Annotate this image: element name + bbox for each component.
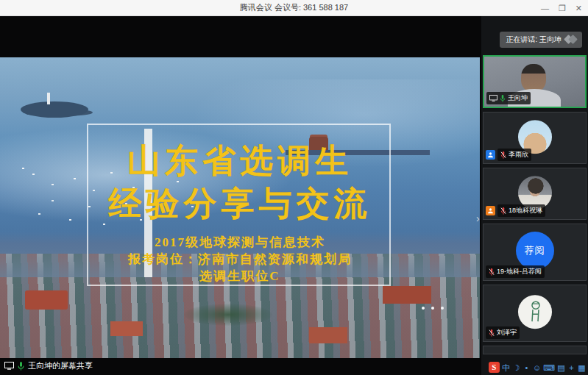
participant-thumbnail-partial[interactable] [483, 346, 587, 354]
mic-muted-icon [489, 268, 495, 276]
trees-graphic [184, 304, 272, 326]
sidebar-collapse-icon[interactable]: › [476, 213, 480, 224]
person-silhouette [521, 64, 546, 92]
lighthouse-graphic [47, 93, 50, 104]
participant-name: 刘泽宇 [497, 328, 517, 338]
keyboard-icon[interactable]: ⌨ [543, 362, 555, 373]
participant-name: 19-地科-吕荐阅 [497, 267, 542, 276]
slide-title-line1: 山东省选调生 [0, 140, 480, 182]
participant-nametag: 李雨欣 [497, 149, 531, 161]
sketch-avatar [518, 295, 552, 329]
system-tray: S 中 ☽ • ☺ ⌨ ▤ + ▦ [489, 362, 586, 373]
meeting-title: 腾讯会议 会议号: 361 588 187 [0, 0, 588, 15]
slide-title: 山东省选调生 经验分享与交流 [0, 140, 480, 225]
participant-thumbnail[interactable]: 荐阅 19-地科-吕荐阅 [483, 224, 587, 281]
monitor-icon [4, 362, 14, 370]
participant-name: 李雨欣 [509, 150, 528, 160]
toolbox-icon[interactable]: ▦ [578, 362, 586, 373]
slide-title-line2: 经验分享与交流 [0, 182, 480, 225]
shared-screen-area: 山东省选调生 经验分享与交流 2017级地球探测与信息技术 报考岗位：济南市自然… [0, 16, 481, 375]
mic-muted-icon [489, 329, 495, 337]
window-controls: — ❐ ✕ [541, 0, 582, 16]
slide-subtitle-line1: 2017级地球探测与信息技术 [0, 234, 480, 251]
active-speaker-label: 正在讲话: 王向坤 [506, 35, 562, 45]
participant-thumbnail[interactable]: 18地科祝琳 [483, 168, 587, 220]
minimize-icon[interactable]: — [541, 0, 549, 16]
slide-subtitle-line3: 选调生职位C [0, 268, 480, 285]
maximize-icon[interactable]: ❐ [559, 0, 566, 16]
sogou-input-icon[interactable]: S [489, 362, 500, 373]
initials-avatar: 荐阅 [516, 232, 554, 270]
slide-subtitle-line2: 报考岗位：济南市自然资源和规划局 [0, 251, 480, 268]
red-roof-graphic [309, 327, 347, 343]
input-mode-icon[interactable]: 中 [502, 362, 510, 373]
mic-on-icon [18, 362, 24, 371]
tencent-meeting-window: { "title_bar": { "app_title": "腾讯会议 会议号:… [0, 0, 588, 375]
mic-muted-icon [500, 207, 506, 215]
participant-name: 18地科祝琳 [509, 206, 542, 215]
emoji-icon[interactable]: ☺ [533, 362, 541, 373]
participant-thumbnail[interactable]: 王向坤 [483, 55, 587, 108]
active-speaker-banner: 正在讲话: 王向坤 [500, 32, 582, 48]
screen-share-label: 王向坤的屏幕共享 [28, 360, 93, 371]
window-title-bar: 腾讯会议 会议号: 361 588 187 — ❐ ✕ [0, 0, 588, 16]
mic-muted-icon [500, 151, 506, 159]
presentation-slide: 山东省选调生 经验分享与交流 2017级地球探测与信息技术 报考岗位：济南市自然… [0, 57, 480, 358]
speaker-waves-icon [565, 36, 576, 44]
cohost-badge-icon [486, 150, 495, 160]
slide-subtitle: 2017级地球探测与信息技术 报考岗位：济南市自然资源和规划局 选调生职位C [0, 234, 480, 285]
participants-sidebar: 王向坤 李雨欣 [481, 16, 588, 375]
participant-thumbnail[interactable]: 刘泽宇 [483, 285, 587, 342]
fullwidth-icon[interactable]: ☽ [512, 362, 520, 373]
handwriting-icon[interactable]: ▤ [557, 362, 565, 373]
red-roof-graphic [25, 290, 68, 310]
participant-nametag: 18地科祝琳 [497, 204, 545, 217]
screen-share-indicator: 王向坤的屏幕共享 [4, 360, 93, 371]
participant-nametag: 王向坤 [486, 92, 531, 104]
participant-name: 王向坤 [508, 93, 528, 103]
punctuation-icon[interactable]: • [523, 362, 531, 373]
red-roof-graphic [110, 321, 143, 336]
slide-dots [422, 299, 456, 302]
screen-share-icon [489, 95, 497, 101]
close-icon[interactable]: ✕ [575, 0, 582, 16]
video-thumbnail-list: 王向坤 李雨欣 [481, 55, 588, 354]
skin-icon[interactable]: + [567, 362, 575, 373]
host-badge-icon [486, 206, 495, 215]
mic-on-icon [500, 95, 506, 102]
participant-thumbnail[interactable]: 李雨欣 [483, 112, 587, 164]
participant-nametag: 19-地科-吕荐阅 [486, 265, 545, 278]
island-graphic [21, 101, 88, 118]
participant-nametag: 刘泽宇 [486, 326, 520, 339]
